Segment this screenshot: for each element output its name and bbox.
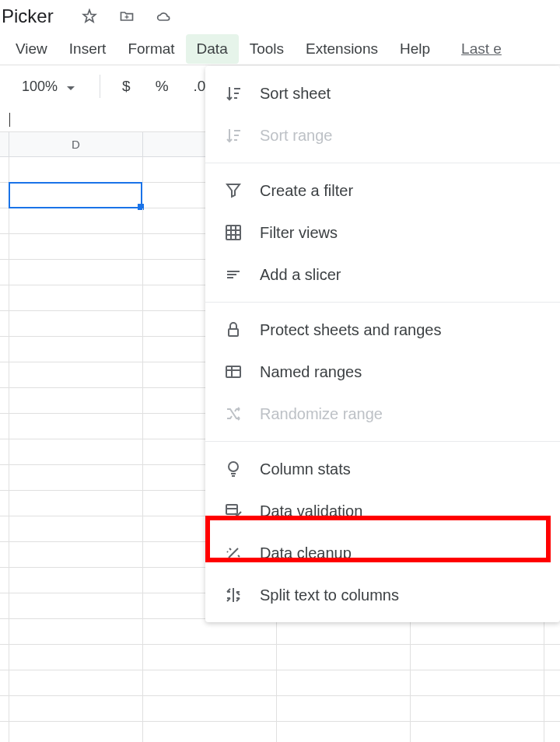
menu-add-slicer[interactable]: Add a slicer (205, 254, 560, 296)
cloud-icon[interactable] (156, 9, 172, 24)
validation-icon (224, 502, 243, 520)
menu-divider (205, 302, 560, 303)
cell[interactable] (9, 670, 143, 695)
cell[interactable] (9, 208, 143, 233)
column-header-d[interactable]: D (9, 132, 143, 156)
cell[interactable] (143, 696, 277, 721)
menu-divider (205, 441, 560, 442)
cell[interactable] (411, 619, 544, 644)
menu-randomize: Randomize range (205, 393, 560, 435)
menu-column-stats[interactable]: Column stats (205, 448, 560, 490)
move-folder-icon[interactable] (119, 9, 135, 24)
menu-help[interactable]: Help (389, 34, 441, 64)
title-bar: e Picker (0, 0, 560, 33)
cell[interactable] (411, 645, 544, 670)
menu-data[interactable]: Data (186, 34, 239, 64)
menu-label: Randomize range (260, 405, 383, 423)
magic-wand-icon (224, 544, 243, 562)
data-menu-dropdown: Sort sheet Sort range Create a filter Fi… (205, 66, 560, 622)
cell[interactable] (9, 542, 143, 567)
cell[interactable] (9, 285, 143, 310)
cell[interactable] (9, 465, 143, 490)
cell[interactable] (411, 722, 544, 742)
menu-filter-views[interactable]: Filter views (205, 212, 560, 254)
menu-divider (205, 163, 560, 163)
cell[interactable] (9, 439, 143, 464)
cell[interactable] (9, 260, 143, 285)
named-ranges-icon (224, 362, 243, 381)
cell[interactable] (9, 568, 143, 593)
select-all-corner[interactable] (0, 132, 9, 156)
cursor (9, 113, 10, 127)
menu-view[interactable]: View (5, 34, 58, 64)
star-icon[interactable] (82, 9, 97, 24)
cell[interactable] (411, 696, 544, 721)
percent-button[interactable]: % (143, 78, 181, 95)
cell[interactable] (277, 645, 411, 670)
cell[interactable] (277, 696, 411, 721)
shuffle-icon (224, 404, 243, 423)
cell[interactable] (9, 311, 143, 336)
menu-label: Protect sheets and ranges (260, 321, 441, 339)
menu-create-filter[interactable]: Create a filter (205, 170, 560, 212)
cell[interactable] (9, 645, 143, 670)
doc-title[interactable]: e Picker (0, 5, 54, 27)
cell[interactable] (143, 722, 277, 742)
selected-cell[interactable] (9, 182, 142, 208)
filter-icon (224, 181, 243, 200)
menu-named-ranges[interactable]: Named ranges (205, 351, 560, 393)
menu-format[interactable]: Format (117, 34, 185, 64)
cell[interactable] (9, 157, 143, 182)
cell[interactable] (9, 722, 143, 742)
lightbulb-icon (224, 460, 243, 478)
menu-sort-sheet[interactable]: Sort sheet (205, 72, 560, 114)
cell[interactable] (143, 670, 277, 695)
menu-label: Create a filter (260, 182, 353, 200)
cell[interactable] (9, 388, 143, 413)
currency-button[interactable]: $ (110, 78, 143, 95)
cell[interactable] (9, 491, 143, 516)
menu-label: Filter views (260, 224, 338, 242)
toolbar-divider (100, 75, 100, 98)
cell[interactable] (9, 593, 143, 618)
lock-icon (224, 320, 243, 339)
menu-tools[interactable]: Tools (239, 34, 295, 64)
cell[interactable] (9, 362, 143, 387)
menu-insert[interactable]: Insert (58, 34, 117, 64)
sort-range-icon (224, 126, 243, 145)
menu-extensions[interactable]: Extensions (295, 34, 389, 64)
svg-point-3 (229, 462, 238, 471)
svg-rect-0 (226, 226, 240, 240)
menu-data-cleanup[interactable]: Data cleanup (205, 532, 560, 574)
menu-last-edit[interactable]: Last e (450, 34, 513, 64)
cell[interactable] (9, 414, 143, 439)
cell[interactable] (9, 516, 143, 541)
zoom-control[interactable]: 100% (6, 79, 90, 95)
menu-label: Sort range (260, 127, 332, 145)
chevron-down-icon (67, 79, 75, 95)
cell[interactable] (9, 696, 143, 721)
svg-rect-2 (226, 366, 240, 377)
cell[interactable] (9, 619, 143, 644)
cell[interactable] (277, 619, 411, 644)
cell[interactable] (277, 722, 411, 742)
menu-split-text[interactable]: Split text to columns (205, 574, 560, 616)
cell[interactable] (143, 645, 277, 670)
zoom-value: 100% (22, 79, 58, 95)
slicer-icon (224, 265, 243, 284)
filter-views-icon (224, 223, 243, 242)
menu-label: Data validation (260, 502, 362, 520)
menu-label: Data cleanup (260, 544, 352, 562)
cell[interactable] (411, 670, 544, 695)
menu-sort-range: Sort range (205, 114, 560, 156)
menu-bar: View Insert Format Data Tools Extensions… (0, 33, 560, 65)
cell[interactable] (277, 670, 411, 695)
cell[interactable] (9, 337, 143, 362)
menu-data-validation[interactable]: Data validation (205, 490, 560, 532)
menu-label: Split text to columns (260, 586, 399, 604)
menu-label: Add a slicer (260, 266, 341, 284)
svg-rect-1 (229, 329, 238, 336)
cell[interactable] (143, 619, 277, 644)
cell[interactable] (9, 234, 143, 259)
menu-protect[interactable]: Protect sheets and ranges (205, 309, 560, 351)
